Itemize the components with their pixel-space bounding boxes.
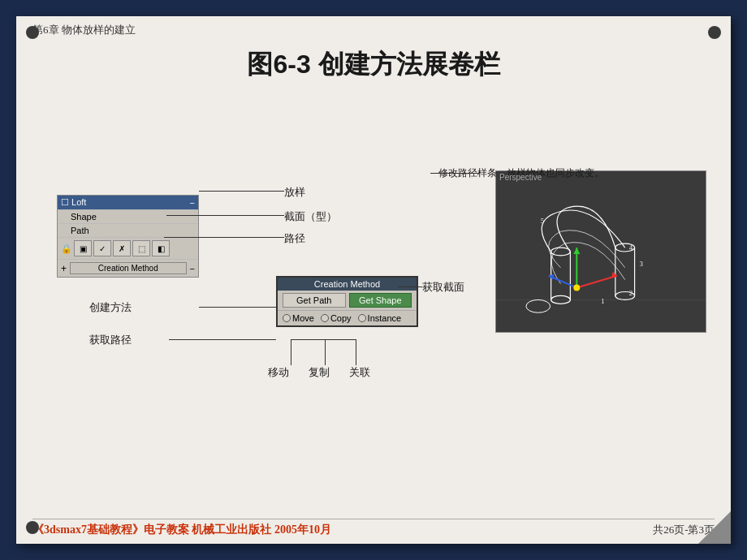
svg-rect-0 [496,171,705,332]
instance-radio[interactable]: Instance [358,313,402,323]
annot-line-hqlj [169,339,276,340]
copy-radio-circle [321,314,329,322]
cm-dash: − [190,264,195,274]
toolbar-lock[interactable]: 🔒 [61,243,72,254]
annot-line-v-yd [291,339,291,365]
shape-row: Shape [58,210,198,224]
popup-header: Creation Method [278,278,417,291]
svg-point-16 [573,285,580,291]
annot-line-v-gl [356,339,356,365]
move-label: Move [292,313,314,323]
svg-text:1: 1 [601,297,604,305]
annotation-jiemian: 截面（型） [284,209,337,224]
cm-plus[interactable]: + [61,263,67,274]
instance-label: Instance [368,313,402,323]
annotation-cjff: 创建方法 [89,300,132,315]
main-title: 图6-3 创建方法展卷栏 [32,47,715,83]
svg-text:5: 5 [541,217,545,225]
instance-radio-circle [358,314,366,322]
path-row: Path [58,224,198,238]
panel-minus[interactable]: − [190,198,195,208]
annot-line-jm [166,215,284,216]
toolbar-btn-5[interactable]: ◧ [152,240,170,256]
annot-line-fy [199,191,284,192]
toolbar-btn-1[interactable]: ▣ [74,240,92,256]
footer-left: 《3dsmax7基础教程》电子教案 机械工业出版社 2005年10月 [32,523,331,537]
annotation-fuzhi: 复制 [309,365,330,380]
content-area: ☐ Loft − Shape Path 🔒 ▣ ✓ ✗ ⬚ ◧ + Creati… [32,97,715,507]
annot-line-cjff [199,307,276,308]
loft-panel: ☐ Loft − Shape Path 🔒 ▣ ✓ ✗ ⬚ ◧ + Creati… [57,195,199,278]
perspective-view: Perspective [495,170,706,333]
cm-row: + Creation Method − [58,260,198,277]
annotation-fangyang: 放样 [284,185,305,200]
footer: 《3dsmax7基础教程》电子教案 机械工业出版社 2005年10月 共26页-… [32,519,715,537]
radio-group: Move Copy Instance [278,311,417,325]
footer-right: 共26页-第3页 [653,523,715,537]
copy-label: Copy [330,313,352,323]
path-label: Path [61,226,89,235]
corner-circle-tl [26,26,39,39]
annot-line-h-yfg [291,339,356,340]
annotation-lujing: 路径 [284,231,305,246]
chapter-label: 第6章 物体放样的建立 [32,23,715,37]
header-section: 第6章 物体放样的建立 图6-3 创建方法展卷栏 [32,23,715,83]
move-radio-circle [283,314,291,322]
panel-toolbar: 🔒 ▣ ✓ ✗ ⬚ ◧ [58,238,198,260]
annot-line-lj [164,237,284,238]
creation-method-popup: Creation Method Get Path Get Shape Move … [276,276,418,327]
move-radio[interactable]: Move [283,313,314,323]
get-path-btn[interactable]: Get Path [283,293,346,308]
annotation-yidong: 移动 [268,365,289,380]
shape-label: Shape [61,212,97,222]
copy-radio[interactable]: Copy [321,313,352,323]
perspective-svg: 4 3 2 1 5 [496,171,706,332]
get-shape-btn[interactable]: Get Shape [349,293,412,308]
annot-line-xiugai [430,173,479,174]
page-container: 第6章 物体放样的建立 图6-3 创建方法展卷栏 ☐ Loft − Shape … [16,16,731,544]
popup-btn-row: Get Path Get Shape [278,291,417,311]
panel-header: ☐ Loft − [58,196,198,210]
toolbar-btn-4[interactable]: ⬚ [132,240,150,256]
annotation-guanlian: 关联 [349,365,370,380]
annotation-hqjm: 获取截面 [422,280,464,295]
corner-circle-bl [26,521,39,534]
svg-text:4: 4 [629,243,633,252]
popup-title-text: Creation Method [314,279,380,289]
svg-text:3: 3 [640,260,644,268]
annot-line-v-fz [325,339,326,365]
loft-checkbox[interactable]: ☐ Loft [61,197,86,208]
perspective-label: Perspective [499,173,542,182]
creation-method-btn[interactable]: Creation Method [70,262,187,274]
svg-text:2: 2 [629,289,633,297]
toolbar-btn-3[interactable]: ✗ [113,240,131,256]
annot-line-hqjm [398,286,422,287]
annotation-hqlj: 获取路径 [89,333,132,347]
toolbar-btn-2[interactable]: ✓ [93,240,111,256]
corner-circle-tr [708,26,721,39]
